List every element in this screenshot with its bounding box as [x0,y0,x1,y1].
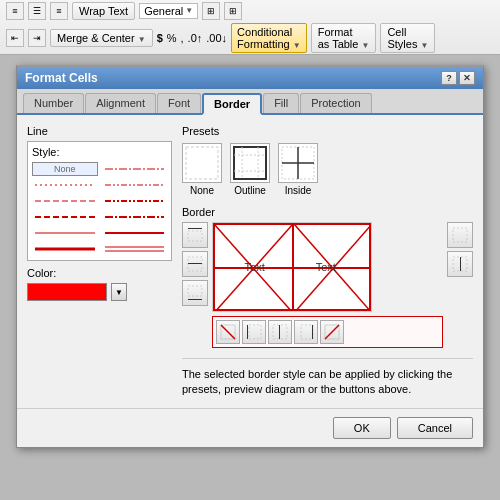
preset-inside-icon[interactable] [278,143,318,183]
ribbon-align-section: ≡ ☰ ≡ Wrap Text General ▼ ⊞ ⊞ ⇤ ⇥ Merge … [6,2,435,53]
dec-dec-label: .00↓ [206,32,227,44]
medium-dashed-svg [35,211,95,223]
cs-arrow: ▼ [420,41,428,50]
line-style-dashed[interactable] [32,194,98,208]
dec-inc-label: .0↑ [188,32,203,44]
line-style-medium-dashed[interactable] [32,210,98,224]
border-btn-horizontal[interactable] [182,251,208,277]
line-style-none[interactable]: None [32,162,98,176]
dialog-close-button[interactable]: ✕ [459,71,475,85]
border-btn-diag-down[interactable] [216,320,240,344]
tab-number[interactable]: Number [23,93,84,113]
svg-rect-21 [188,228,202,229]
description: The selected border style can be applied… [182,358,473,398]
dash-dot-dot-svg [105,179,165,191]
color-label: Color: [27,267,172,279]
line-style-double[interactable] [102,242,168,256]
preset-none[interactable]: None [182,143,222,196]
dash-dot-svg [105,163,165,175]
line-style-thick[interactable] [32,242,98,256]
tab-font[interactable]: Font [157,93,201,113]
conditional-formatting-button[interactable]: Conditional Formatting ▼ [231,23,307,53]
merge-center-button[interactable]: Merge & Center ▼ [50,29,153,47]
line-style-slant-dash-dot[interactable] [102,210,168,224]
format-as-table-button[interactable]: Format as Table ▼ [311,23,377,53]
line-style-row-6 [32,242,167,256]
number-format-icon-2[interactable]: ⊞ [224,2,242,20]
percent-label: % [167,32,177,44]
tab-fill[interactable]: Fill [263,93,299,113]
svg-line-40 [325,325,339,339]
medium-svg [105,227,165,239]
border-btn-left[interactable] [242,320,266,344]
preset-none-icon[interactable] [182,143,222,183]
dialog-titlebar: Format Cells ? ✕ [17,67,483,89]
border-btn-vertical-center[interactable] [268,320,292,344]
number-format-icon-1[interactable]: ⊞ [202,2,220,20]
line-style-dot[interactable] [32,178,98,192]
dialog-body: Line Style: None [17,115,483,408]
svg-rect-34 [249,325,261,339]
bottom-border-buttons [212,316,443,348]
tab-protection[interactable]: Protection [300,93,372,113]
border-btn-no-border[interactable] [447,222,473,248]
outdent-icon[interactable]: ⇥ [28,29,46,47]
border-btn-right[interactable] [294,320,318,344]
vertical-border-icon [452,256,468,272]
color-swatch[interactable] [27,283,107,301]
border-btn-vertical[interactable] [447,251,473,277]
border-btn-diag-up[interactable] [320,320,344,344]
ok-button[interactable]: OK [333,417,391,439]
none-label: None [54,164,76,174]
line-style-medium[interactable] [102,226,168,240]
align-right-icon[interactable]: ≡ [50,2,68,20]
wrap-text-button[interactable]: Wrap Text [72,2,135,20]
line-style-dash-dot[interactable] [102,162,168,176]
color-dropdown-button[interactable]: ▼ [111,283,127,301]
border-preview[interactable]: Text Text [212,222,372,312]
preset-outline-icon[interactable] [230,143,270,183]
dialog-title-buttons: ? ✕ [441,71,475,85]
ribbon: ≡ ☰ ≡ Wrap Text General ▼ ⊞ ⊞ ⇤ ⇥ Merge … [0,0,500,55]
cell-styles-button[interactable]: Cell Styles ▼ [380,23,435,53]
tab-border[interactable]: Border [202,93,262,115]
comma-label: , [181,32,184,44]
border-horizontal-icon [187,256,203,272]
line-style-row-5 [32,226,167,240]
line-style-dash-dot-dot[interactable] [102,178,168,192]
align-left-icon[interactable]: ≡ [6,2,24,20]
svg-rect-24 [188,263,202,264]
align-center-icon[interactable]: ☰ [28,2,46,20]
border-btn-bottom[interactable] [182,280,208,306]
line-style-row-2 [32,178,167,192]
svg-rect-25 [188,286,202,296]
svg-rect-43 [460,257,461,271]
thin-svg [35,227,95,239]
style-label: Style: [32,146,167,158]
border-top-icon [187,227,203,243]
svg-rect-36 [279,325,280,339]
indent-icon[interactable]: ⇤ [6,29,24,47]
tab-alignment[interactable]: Alignment [85,93,156,113]
line-styles-list: None [32,162,167,256]
cancel-button[interactable]: Cancel [397,417,473,439]
line-style-row-3 [32,194,167,208]
presets-row: None [182,143,473,196]
line-style-row-1: None [32,162,167,176]
border-bottom-icon [187,285,203,301]
svg-rect-13 [234,147,266,179]
border-btn-top[interactable] [182,222,208,248]
line-style-thin[interactable] [32,226,98,240]
line-style-medium-dash-dot-dot[interactable] [102,194,168,208]
border-area: Text Text [182,222,473,348]
svg-rect-37 [301,325,313,339]
dialog-help-button[interactable]: ? [441,71,457,85]
preset-inside[interactable]: Inside [278,143,318,196]
cf-arrow: ▼ [293,41,301,50]
left-panel: Line Style: None [27,125,172,398]
preset-outline[interactable]: Outline [230,143,270,196]
fat-arrow: ▼ [362,41,370,50]
preset-inside-label: Inside [285,185,312,196]
border-label: Border [182,206,473,218]
general-dropdown[interactable]: General ▼ [139,3,198,19]
